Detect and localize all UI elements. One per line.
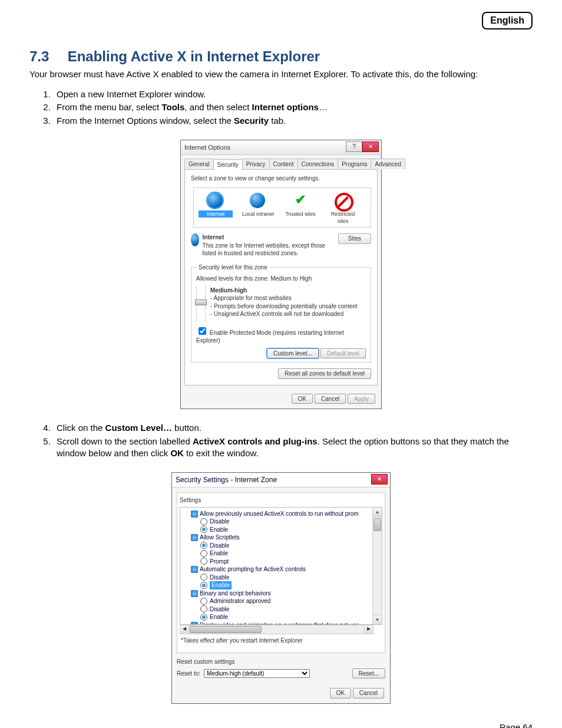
section-heading: 7.3 Enabling Active X in Internet Explor… xyxy=(29,47,533,66)
settings-tree[interactable]: Allow previously unused ActiveX controls… xyxy=(180,507,382,625)
opt-label-selected: Enable xyxy=(210,581,232,589)
hscroll-thumb[interactable] xyxy=(190,626,262,633)
step-4-frag: Click on the xyxy=(57,423,105,433)
protected-mode-checkbox[interactable] xyxy=(199,327,206,335)
tab-general[interactable]: General xyxy=(184,159,214,170)
opt-b-prompt[interactable]: Prompt xyxy=(200,558,379,566)
opt-a-enable[interactable]: Enable xyxy=(200,526,379,534)
zone-selector: Internet Local intranet ✔ Trusted sites … xyxy=(193,187,371,228)
dialog2-title: Security Settings - Internet Zone xyxy=(176,476,277,484)
scroll-right-arrow[interactable]: ▶ xyxy=(364,625,373,634)
reset-custom-label: Reset custom settings xyxy=(177,658,385,666)
tab-connections[interactable]: Connections xyxy=(297,159,339,170)
step-4: Click on the Custom Level… button. xyxy=(53,422,533,434)
step-4-bold: Custom Level… xyxy=(105,423,172,433)
step-3-frag2: tab. xyxy=(269,116,286,126)
globe-icon xyxy=(191,233,199,246)
zone-restricted-label: Restricted sites xyxy=(326,210,360,225)
level-name: Medium-high xyxy=(210,287,247,294)
horizontal-scrollbar[interactable]: ◀ ▶ xyxy=(180,625,373,634)
restart-note: *Takes effect after you restart Internet… xyxy=(181,637,382,645)
opt-d-disable[interactable]: Disable xyxy=(200,605,379,614)
restricted-icon xyxy=(335,193,353,212)
custom-level-button[interactable]: Custom level... xyxy=(267,348,319,359)
opt-c-disable[interactable]: Disable xyxy=(200,574,379,582)
steps-list-2: Click on the Custom Level… button. Scrol… xyxy=(53,422,533,459)
cancel-button[interactable]: Cancel xyxy=(315,394,346,404)
step-5-frag3: to exit the window. xyxy=(184,448,259,458)
tab-content[interactable]: Content xyxy=(269,159,298,170)
item-scriptlets: Allow Scriptlets xyxy=(200,534,240,541)
step-3-frag: From the Internet Options window, select… xyxy=(57,116,234,126)
dialog-title: Internet Options xyxy=(184,144,230,151)
tab-programs[interactable]: Programs xyxy=(338,159,371,170)
opt-label: Enable xyxy=(210,549,228,558)
opt-d-enable[interactable]: Enable xyxy=(200,613,379,621)
step-3-bold-security: Security xyxy=(234,116,269,126)
default-level-button[interactable]: Default level xyxy=(320,348,366,359)
tab-advanced[interactable]: Advanced xyxy=(371,159,405,170)
zone-restricted-sites[interactable]: Restricted sites xyxy=(326,193,360,225)
scroll-down-arrow[interactable]: ▼ xyxy=(373,615,382,624)
ok-button[interactable]: OK xyxy=(330,688,351,699)
opt-label: Prompt xyxy=(210,558,229,566)
activex-icon xyxy=(191,590,198,597)
zone-trusted-sites[interactable]: ✔ Trusted sites xyxy=(283,193,318,225)
opt-b-enable[interactable]: Enable xyxy=(200,549,379,558)
security-level-group: Security level for this zone Allowed lev… xyxy=(191,263,371,363)
scroll-up-arrow[interactable]: ▲ xyxy=(373,508,382,517)
allowed-levels: Allowed levels for this zone: Medium to … xyxy=(196,275,366,283)
close-button[interactable]: ✕ xyxy=(362,141,379,152)
dialog2-titlebar: Security Settings - Internet Zone ✕ xyxy=(172,473,390,487)
intro-paragraph: Your browser must have Active X enabled … xyxy=(29,68,533,80)
opt-d-admin[interactable]: Administrator approved xyxy=(200,597,379,605)
opt-label: Disable xyxy=(210,574,229,582)
step-2-bold-tools: Tools xyxy=(161,102,184,112)
steps-list-1: Open a new Internet Explorer window. Fro… xyxy=(53,88,533,127)
reset-to-select[interactable]: Medium-high (default) xyxy=(204,669,310,678)
scroll-thumb[interactable] xyxy=(373,518,381,531)
page-number: Page 64 xyxy=(29,722,533,728)
step-3: From the Internet Options window, select… xyxy=(53,115,533,127)
apply-button[interactable]: Apply xyxy=(348,394,375,404)
group-legend: Security level for this zone xyxy=(196,263,270,272)
step-2-frag2: , and then select xyxy=(184,102,252,112)
opt-label: Administrator approved xyxy=(210,597,270,605)
check-icon: ✔ xyxy=(292,193,309,209)
internet-options-dialog: Internet Options ? ✕ General Security Pr… xyxy=(180,140,382,409)
activex-icon xyxy=(191,566,198,573)
zone-internet[interactable]: Internet xyxy=(199,193,233,225)
help-button[interactable]: ? xyxy=(346,141,362,152)
reset-button[interactable]: Reset... xyxy=(352,668,385,679)
reset-to-label: Reset to: xyxy=(177,670,200,678)
opt-b-disable[interactable]: Disable xyxy=(200,542,379,550)
vertical-scrollbar[interactable]: ▲ ▼ xyxy=(372,508,382,624)
opt-c-enable[interactable]: Enable xyxy=(200,581,379,589)
step-2: From the menu bar, select Tools, and the… xyxy=(53,101,533,113)
opt-label: Disable xyxy=(210,605,229,614)
zone-local-label: Local intranet xyxy=(241,210,275,218)
zone-local-intranet[interactable]: Local intranet xyxy=(241,193,275,225)
reset-zones-button[interactable]: Reset all zones to default level xyxy=(278,368,371,379)
cancel-button[interactable]: Cancel xyxy=(353,688,384,699)
level-pt-1: Appropriate for most websites xyxy=(210,294,358,302)
activex-icon xyxy=(191,510,198,518)
opt-a-disable[interactable]: Disable xyxy=(200,518,379,526)
zone-heading: Internet xyxy=(203,234,224,241)
tab-privacy[interactable]: Privacy xyxy=(242,159,270,170)
close-button[interactable]: ✕ xyxy=(371,474,388,485)
protected-mode-row: Enable Protected Mode (requires restarti… xyxy=(196,325,366,345)
zone-prompt: Select a zone to view or change security… xyxy=(191,174,371,183)
tab-security[interactable]: Security xyxy=(213,159,243,170)
tab-strip: General Security Privacy Content Connect… xyxy=(184,159,378,170)
ok-button[interactable]: OK xyxy=(292,394,313,404)
globe-icon xyxy=(250,193,265,208)
heading-number: 7.3 xyxy=(29,47,64,66)
step-5: Scroll down to the section labelled Acti… xyxy=(53,436,533,460)
item-auto-prompt: Automatic prompting for ActiveX controls xyxy=(200,566,306,572)
sites-button[interactable]: Sites xyxy=(338,233,371,244)
scroll-left-arrow[interactable]: ◀ xyxy=(180,625,189,634)
opt-label: Enable xyxy=(210,613,228,621)
step-5-frag: Scroll down to the section labelled xyxy=(57,436,193,446)
security-slider[interactable] xyxy=(196,286,206,322)
